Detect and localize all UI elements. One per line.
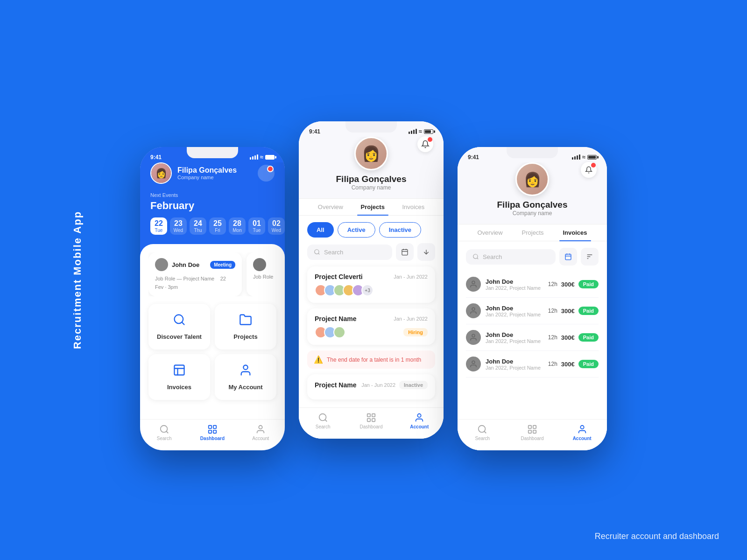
p2-avatar-wrap: 👩 <box>309 137 433 170</box>
account-icon <box>239 364 252 380</box>
svg-rect-22 <box>367 414 370 417</box>
inv-avatar-3 <box>466 330 481 345</box>
tab-search-2[interactable]: Search <box>309 413 337 429</box>
paid-badge-2: Paid <box>578 307 599 315</box>
tab-search-3[interactable]: Search <box>468 424 496 441</box>
invoice-row-2[interactable]: John Doe Jan 2022, Project Name 12h 300€… <box>466 298 599 324</box>
nav-card-discover[interactable]: Discover Talent <box>148 304 210 350</box>
invoice-row-1[interactable]: John Doe Jan 2022, Project Name 12h 300€… <box>466 271 599 298</box>
p2-company: Company name <box>309 184 433 191</box>
project-card-1[interactable]: Project Cleverti Jan - Jun 2022 +3 <box>307 266 435 303</box>
bottom-label: Recruiter account and dashboard <box>595 532 719 541</box>
time-1: 9:41 <box>150 154 162 161</box>
avatar-2: 👩 <box>354 137 388 170</box>
tab-overview-3[interactable]: Overview <box>473 224 506 241</box>
invoice-left-2: John Doe Jan 2022, Project Name <box>466 303 541 318</box>
tab-invoices-2[interactable]: Invoices <box>398 199 428 215</box>
svg-line-14 <box>318 253 320 255</box>
event-card-2[interactable]: Job Role <box>247 252 276 296</box>
svg-rect-11 <box>213 430 216 433</box>
projects-icon <box>239 313 252 329</box>
svg-point-37 <box>472 308 475 310</box>
tab-search-1[interactable]: Search <box>150 424 178 441</box>
p3-avatar-wrap: 👩 <box>468 162 597 196</box>
p3-search-box[interactable]: Search <box>466 249 556 265</box>
nav-card-projects[interactable]: Projects <box>215 304 276 350</box>
month-label: February <box>150 200 275 212</box>
invoices-icon <box>173 364 186 380</box>
calendar-btn-2[interactable] <box>396 243 414 261</box>
sort-btn-2[interactable] <box>417 243 435 261</box>
cal-day-6[interactable]: 02 Wed <box>268 217 285 235</box>
nav-card-invoices[interactable]: Invoices <box>148 354 210 400</box>
tab-account-1[interactable]: Account <box>247 424 275 441</box>
p1-body: John Doe Meeting Job Role — Project Name… <box>140 244 285 419</box>
notif-corner-3[interactable] <box>581 162 597 178</box>
tab-dashboard-3[interactable]: Dashboard <box>518 424 546 441</box>
discover-icon <box>173 313 186 329</box>
user-name-1: Filipa Gonçalves <box>177 166 237 175</box>
cal-dow-3: Fri <box>215 228 220 233</box>
tab-invoices-3[interactable]: Invoices <box>559 224 591 241</box>
calendar-btn-3[interactable] <box>559 248 577 266</box>
cal-day-4[interactable]: 28 Mon <box>229 217 246 235</box>
p3-tabs: Overview Projects Invoices <box>458 224 607 241</box>
project-date-1: Jan - Jun 2022 <box>394 274 428 280</box>
notif-btn-1[interactable] <box>258 165 275 182</box>
invoice-right-3: 12h 300€ Paid <box>548 333 599 342</box>
sort-btn-3[interactable] <box>581 248 599 266</box>
cal-day-2[interactable]: 24 Thu <box>190 217 206 235</box>
tab-dashboard-1[interactable]: Dashboard <box>198 424 226 441</box>
inv-amount-2: 300€ <box>561 308 575 315</box>
event-card-1[interactable]: John Doe Meeting Job Role — Project Name… <box>148 252 242 296</box>
nav-label-discover: Discover Talent <box>157 333 202 340</box>
tab-account-2[interactable]: Account <box>405 413 433 429</box>
warning-text: The end date for a talent is in 1 month <box>327 357 421 363</box>
notif-corner-2[interactable] <box>417 136 433 152</box>
project-card-2[interactable]: Project Name Jan - Jun 2022 Hiring <box>307 308 435 345</box>
avatar-img-1: 👩 <box>151 163 171 183</box>
cal-num-5: 01 <box>253 219 261 228</box>
svg-rect-25 <box>372 419 375 421</box>
tab-dashboard-2[interactable]: Dashboard <box>357 413 385 429</box>
project-header-2: Project Name Jan - Jun 2022 <box>315 315 428 322</box>
cal-day-0[interactable]: 22 Tue <box>150 217 167 235</box>
nav-card-account[interactable]: My Account <box>215 354 276 400</box>
cal-day-5[interactable]: 01 Tue <box>248 217 265 235</box>
svg-rect-43 <box>533 426 536 428</box>
search-box-2[interactable]: Search <box>307 245 392 260</box>
project-card-3[interactable]: Project Name Jan - Jun 2022 Inactive <box>307 374 435 399</box>
project-name-2: Project Name <box>315 315 356 322</box>
svg-rect-24 <box>367 419 370 421</box>
cal-num-4: 28 <box>233 219 241 228</box>
tab-projects-2[interactable]: Projects <box>357 199 388 215</box>
filter-inactive[interactable]: Inactive <box>379 222 421 238</box>
cal-day-1[interactable]: 23 Wed <box>170 217 187 235</box>
tab-label-search-3: Search <box>475 436 490 441</box>
project-name-1: Project Cleverti <box>315 273 363 280</box>
inv-sub-1: Jan 2022, Project Name <box>486 285 541 291</box>
filter-active[interactable]: Active <box>338 222 375 238</box>
invoice-row-4[interactable]: John Doe Jan 2022, Project Name 12h 300€… <box>466 351 599 378</box>
cal-day-3[interactable]: 25 Fri <box>209 217 226 235</box>
signal-bars-1 <box>250 154 258 160</box>
p3-name: Filipa Gonçalves <box>468 200 597 210</box>
inv-sub-4: Jan 2022, Project Name <box>486 365 541 371</box>
p3-company: Company name <box>468 210 597 217</box>
invoice-row-3[interactable]: John Doe Jan 2022, Project Name 12h 300€… <box>466 324 599 351</box>
proj-plus-1: +3 <box>361 284 374 296</box>
tab-account-3[interactable]: Account <box>568 424 596 441</box>
event-user: John Doe <box>155 258 199 271</box>
invoice-right-1: 12h 300€ Paid <box>548 280 599 288</box>
svg-point-13 <box>315 250 319 254</box>
inv-name-1: John Doe <box>486 278 541 285</box>
cal-dow-5: Tue <box>253 228 261 233</box>
tab-overview-2[interactable]: Overview <box>314 199 347 215</box>
svg-line-21 <box>325 420 327 421</box>
tab-projects-3[interactable]: Projects <box>518 224 548 241</box>
inv-hours-2: 12h <box>548 308 557 314</box>
inv-info-3: John Doe Jan 2022, Project Name <box>486 331 541 344</box>
cal-num-0: 22 <box>155 219 163 228</box>
notch-2 <box>345 121 397 133</box>
filter-all[interactable]: All <box>307 222 334 238</box>
